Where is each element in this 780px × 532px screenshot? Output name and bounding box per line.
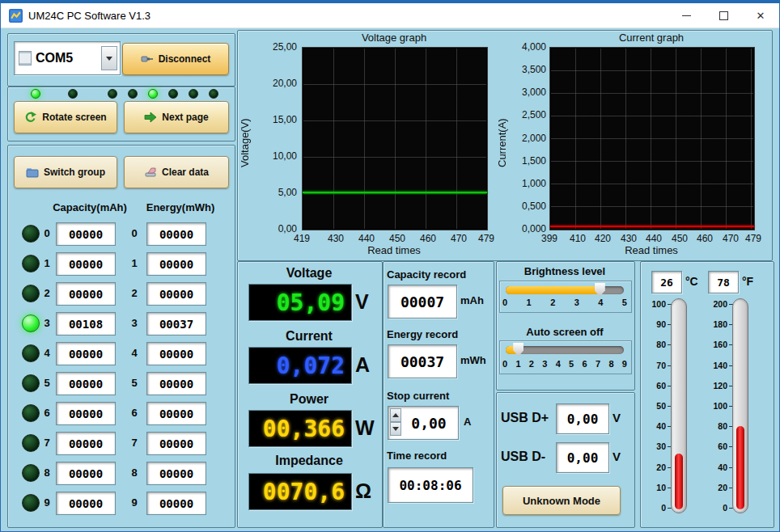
scale-label: 60 bbox=[718, 441, 727, 451]
ytick: 3,500 bbox=[522, 63, 546, 76]
tick-label: 0 bbox=[502, 359, 507, 369]
tick-label: 4 bbox=[556, 359, 561, 369]
scale-label: 0 bbox=[661, 503, 666, 513]
impedance-meter-label: Impedance bbox=[237, 454, 381, 468]
xtick: 419 bbox=[288, 233, 316, 244]
disconnect-button[interactable]: Disconnect bbox=[122, 43, 229, 75]
scale-label: 120 bbox=[713, 381, 727, 391]
capacity-column-header: Capacity(mAh) bbox=[41, 201, 138, 213]
auto-screen-off-slider[interactable] bbox=[506, 346, 624, 354]
row-index: 5 bbox=[129, 377, 140, 389]
xtick: 420 bbox=[589, 233, 617, 244]
close-button[interactable]: ✕ bbox=[742, 3, 779, 27]
xtick: 450 bbox=[384, 233, 411, 244]
energy-cell: 00000 bbox=[146, 252, 206, 276]
disconnect-label: Disconnect bbox=[159, 53, 211, 65]
tick-label: 2 bbox=[550, 298, 555, 307]
energy-cell: 00037 bbox=[146, 312, 206, 336]
stop-current-unit: A bbox=[464, 416, 471, 428]
row-index: 6 bbox=[129, 407, 140, 419]
window-title: UM24C PC Software V1.3 bbox=[28, 10, 150, 22]
tick-label: 2 bbox=[529, 359, 534, 369]
xtick: 470 bbox=[445, 233, 473, 244]
voltage-chart-ylabel: Voltage(V) bbox=[239, 104, 251, 182]
tick-label: 3 bbox=[542, 359, 547, 369]
impedance-unit: Ω bbox=[355, 479, 371, 503]
folder-icon bbox=[26, 166, 39, 179]
scale-label: 160 bbox=[713, 340, 727, 349]
ytick: 3,000 bbox=[522, 86, 546, 99]
usb-dplus-unit: V bbox=[613, 411, 621, 424]
energy-record-unit: mWh bbox=[460, 354, 486, 366]
rotate-screen-button[interactable]: Rotate screen bbox=[14, 101, 117, 133]
maximize-button[interactable] bbox=[705, 3, 742, 27]
energy-cell: 00000 bbox=[146, 402, 206, 425]
com-port-combo[interactable]: COM5 bbox=[14, 41, 121, 75]
row-index: 3 bbox=[41, 317, 53, 329]
row-index: 8 bbox=[129, 467, 140, 479]
capacity-cell: 00000 bbox=[56, 402, 116, 425]
xtick: 460 bbox=[414, 233, 442, 244]
switch-group-button[interactable]: Switch group bbox=[14, 156, 117, 188]
celsius-unit: °C bbox=[685, 275, 698, 288]
spin-up-button[interactable] bbox=[390, 408, 401, 422]
ytick: 15,00 bbox=[273, 113, 297, 126]
mode-button[interactable]: Unknown Mode bbox=[502, 486, 621, 515]
xtick: 440 bbox=[640, 233, 668, 244]
xtick: 460 bbox=[691, 233, 719, 244]
clear-data-button[interactable]: Clear data bbox=[124, 156, 229, 188]
row-index: 0 bbox=[41, 227, 53, 239]
capacity-cell: 00000 bbox=[56, 282, 116, 306]
minimize-icon bbox=[682, 15, 691, 16]
capacity-cell: 00108 bbox=[56, 312, 116, 336]
next-page-button[interactable]: Next page bbox=[124, 101, 229, 133]
row-index: 5 bbox=[41, 377, 53, 389]
row-index: 4 bbox=[129, 347, 140, 359]
impedance-display: 0070,6 bbox=[248, 473, 352, 510]
tick-label: 3 bbox=[574, 298, 579, 307]
energy-record-label: Energy record bbox=[387, 328, 458, 340]
ytick: 2,500 bbox=[522, 108, 546, 121]
row-index: 6 bbox=[41, 407, 53, 419]
scale-label: 60 bbox=[656, 381, 666, 391]
usb-dminus-label: USB D- bbox=[501, 450, 545, 464]
energy-cell: 00000 bbox=[146, 282, 206, 306]
scale-label: 50 bbox=[656, 401, 666, 411]
status-led bbox=[68, 89, 78, 99]
spin-down-button[interactable] bbox=[390, 422, 401, 436]
current-meter-label: Current bbox=[237, 329, 381, 344]
scale-label: 180 bbox=[713, 319, 727, 329]
row-index: 7 bbox=[41, 437, 53, 449]
minimize-button[interactable] bbox=[668, 3, 705, 27]
capacity-cell: 00000 bbox=[56, 222, 116, 246]
com-port-dropdown-button[interactable] bbox=[101, 46, 117, 70]
tick-label: 6 bbox=[583, 359, 587, 369]
group-row-led bbox=[22, 255, 40, 272]
brightness-slider[interactable] bbox=[506, 286, 624, 294]
scale-label: 200 bbox=[713, 299, 727, 309]
xtick: 410 bbox=[564, 233, 591, 244]
brightness-ticks: 0 1 2 3 4 5 bbox=[502, 298, 627, 307]
stop-current-value[interactable]: 0,00 bbox=[411, 415, 446, 432]
power-unit: W bbox=[355, 416, 375, 440]
ytick: 25,00 bbox=[273, 40, 297, 53]
scale-label: 80 bbox=[718, 421, 727, 431]
scale-label: 140 bbox=[713, 361, 727, 370]
current-plot-area bbox=[549, 47, 755, 230]
capacity-record-value: 00007 bbox=[388, 285, 457, 319]
celsius-scale: 100 90 80 70 60 50 40 30 20 10 0 bbox=[642, 299, 666, 513]
row-index: 3 bbox=[129, 317, 140, 329]
next-page-label: Next page bbox=[162, 112, 208, 123]
current-display: 0,072 bbox=[248, 347, 352, 384]
ytick: 1,500 bbox=[522, 154, 546, 167]
stop-current-label: Stop current bbox=[387, 390, 449, 402]
scale-label: 100 bbox=[651, 299, 666, 309]
stop-current-control[interactable]: 0,00 bbox=[388, 406, 459, 440]
celsius-value: 26 bbox=[651, 271, 682, 293]
brightness-label: Brightness level bbox=[496, 265, 634, 277]
voltage-meter-label: Voltage bbox=[237, 266, 381, 281]
scale-label: 20 bbox=[718, 483, 727, 492]
auto-screen-off-ticks: 0 1 2 3 4 5 6 7 8 9 bbox=[502, 359, 627, 369]
row-index: 4 bbox=[41, 347, 53, 359]
title-bar[interactable]: UM24C PC Software V1.3 ✕ bbox=[1, 3, 779, 28]
